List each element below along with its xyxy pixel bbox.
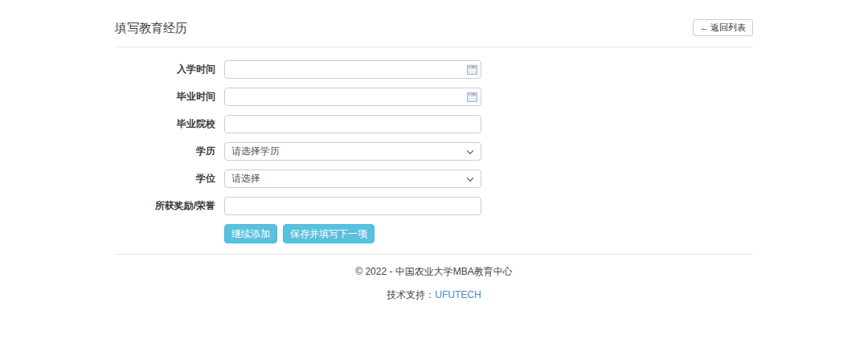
- footer-divider: [115, 254, 753, 255]
- form-row-grad-date: 毕业时间: [115, 88, 753, 106]
- support-label: 技术支持：: [387, 289, 435, 300]
- school-input[interactable]: [224, 115, 481, 133]
- enroll-date-label: 入学时间: [115, 63, 215, 76]
- degree-selected-value: 请选择: [231, 172, 260, 186]
- degree-control: 请选择: [224, 169, 481, 188]
- left-arrow-icon: ←: [700, 22, 709, 33]
- form-row-school: 毕业院校: [115, 115, 753, 133]
- support-line: 技术支持：UFUTECH: [115, 288, 753, 302]
- form-row-degree-level: 学历 请选择学历: [115, 142, 753, 161]
- calendar-icon[interactable]: [467, 92, 477, 102]
- calendar-icon[interactable]: [467, 65, 477, 75]
- grad-date-control: [224, 88, 481, 106]
- grad-date-label: 毕业时间: [115, 90, 215, 104]
- education-form: 入学时间 毕业时间: [115, 60, 753, 243]
- degree-level-selected-value: 请选择学历: [231, 145, 280, 158]
- form-row-enroll-date: 入学时间: [115, 60, 753, 79]
- form-actions: 继续添加 保存并填写下一项: [224, 224, 753, 243]
- awards-control: [224, 197, 481, 215]
- enroll-date-control: [224, 60, 481, 79]
- enroll-date-input[interactable]: [224, 60, 481, 79]
- awards-label: 所获奖励/荣誉: [115, 199, 215, 213]
- degree-label: 学位: [115, 172, 215, 186]
- school-label: 毕业院校: [115, 117, 215, 131]
- copyright-text: © 2022 - 中国农业大学MBA教育中心: [115, 265, 753, 279]
- form-row-awards: 所获奖励/荣誉: [115, 197, 753, 215]
- degree-level-select[interactable]: 请选择学历: [224, 142, 481, 161]
- awards-input[interactable]: [224, 197, 481, 215]
- degree-level-control: 请选择学历: [224, 142, 481, 161]
- page-header: 填写教育经历 ← 返回列表: [115, 19, 753, 36]
- page-title: 填写教育经历: [115, 21, 187, 36]
- back-to-list-button[interactable]: ← 返回列表: [693, 19, 753, 36]
- degree-level-label: 学历: [115, 145, 215, 158]
- ufutech-link[interactable]: UFUTECH: [435, 289, 481, 300]
- grad-date-input[interactable]: [224, 88, 481, 106]
- degree-select[interactable]: 请选择: [224, 169, 481, 188]
- form-row-degree: 学位 请选择: [115, 169, 753, 188]
- page-footer: © 2022 - 中国农业大学MBA教育中心 技术支持：UFUTECH: [115, 265, 753, 302]
- back-button-label: 返回列表: [710, 22, 746, 33]
- save-and-next-button[interactable]: 保存并填写下一项: [283, 224, 375, 243]
- title-divider: [115, 47, 753, 47]
- main-container: 填写教育经历 ← 返回列表 入学时间: [115, 0, 753, 302]
- school-control: [224, 115, 481, 133]
- continue-add-button[interactable]: 继续添加: [224, 224, 277, 243]
